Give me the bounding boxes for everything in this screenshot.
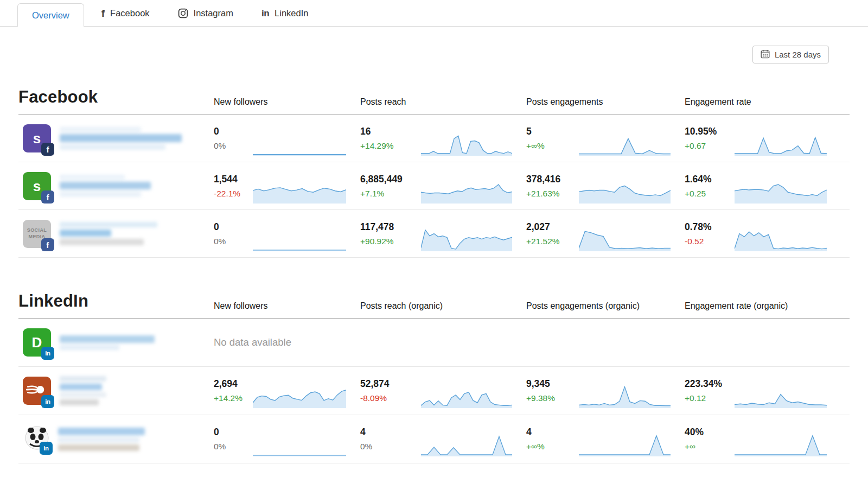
avatar: s f: [23, 124, 51, 152]
sparkline-chart: [253, 130, 346, 156]
metric-delta: +0.25: [685, 189, 735, 199]
column-header-engagement-rate: Engagement rate: [685, 97, 832, 107]
metric-new-followers: 00%: [214, 415, 360, 463]
sparkline-chart: [735, 430, 827, 456]
column-header-engagement-rate-organic: Engagement rate (organic): [685, 301, 832, 311]
metric-posts-engagements-organic: 9,345+9.38%: [526, 367, 685, 415]
metric-posts-engagements-organic: 4+∞%: [526, 415, 685, 463]
metric-delta: -8.09%: [360, 393, 421, 403]
metric-delta: -0.52: [685, 237, 735, 246]
table-row[interactable]: s f 1,544-22.1% 6,885,449+7.1% 378,416+2…: [18, 162, 850, 210]
metric-posts-reach: 117,478+90.92%: [360, 210, 526, 257]
account-cell: SOCIAL MEDIA f: [18, 220, 214, 248]
facebook-badge-icon: f: [41, 143, 54, 156]
metric-value: 0.78%: [685, 221, 735, 233]
account-name-redacted: [58, 428, 145, 451]
account-name-redacted: [60, 376, 106, 405]
facebook-badge-icon: f: [41, 190, 54, 204]
tab-overview-label: Overview: [32, 10, 69, 21]
account-cell: s f: [18, 124, 214, 152]
table-row[interactable]: in 00% 40% 4+∞% 40%+∞: [18, 415, 850, 463]
sparkline-chart: [421, 430, 512, 456]
metric-new-followers: 00%: [214, 210, 360, 257]
metric-value: 4: [526, 427, 579, 438]
table-row[interactable]: D in No data available: [18, 319, 850, 367]
sparkline-chart: [421, 177, 512, 204]
tab-linkedin[interactable]: in LinkedIn: [261, 0, 309, 26]
section-title-facebook: Facebook: [18, 87, 214, 107]
metric-posts-reach: 6,885,449+7.1%: [360, 162, 526, 209]
linkedin-badge-icon: in: [40, 442, 53, 455]
avatar: SOCIAL MEDIA f: [23, 220, 51, 248]
sparkline-chart: [253, 225, 346, 251]
sparkline-chart: [253, 382, 346, 408]
sparkline-chart: [579, 225, 671, 251]
table-row[interactable]: s f 00% 16+14.29% 5+∞% 10.95%+0.67: [18, 115, 850, 162]
metric-value: 2,027: [526, 221, 579, 233]
metric-new-followers: 2,694+14.2%: [214, 367, 360, 415]
sparkline-chart: [579, 430, 671, 456]
table-row[interactable]: in 2,694+14.2% 52,874-8.09% 9,345+9.38% …: [18, 367, 850, 415]
linkedin-badge-icon: in: [41, 395, 54, 408]
sparkline-chart: [253, 177, 346, 204]
sparkline-chart: [421, 225, 512, 251]
tab-facebook[interactable]: f Facebook: [101, 0, 150, 26]
instagram-icon: [178, 8, 188, 18]
metric-value: 1,544: [214, 174, 253, 185]
metric-posts-engagements: 378,416+21.63%: [526, 162, 685, 209]
metric-engagement-rate: 0.78%-0.52: [685, 210, 832, 257]
metric-value: 0: [214, 126, 253, 137]
sparkline-chart: [735, 130, 827, 156]
metric-delta: 0%: [214, 442, 253, 452]
avatar: in: [24, 427, 49, 452]
tab-instagram[interactable]: Instagram: [178, 0, 233, 26]
account-cell: s f: [18, 172, 214, 200]
date-range-button[interactable]: Last 28 days: [752, 46, 829, 63]
metric-delta: 0%: [214, 141, 253, 151]
metric-delta: +0.67: [685, 141, 735, 151]
metric-value: 16: [360, 126, 421, 137]
metric-delta: +∞%: [526, 442, 579, 452]
account-cell: D in: [18, 328, 214, 357]
metric-posts-reach: 16+14.29%: [360, 115, 526, 162]
avatar-letter: s: [33, 131, 41, 145]
metric-delta: 0%: [360, 442, 421, 452]
metric-engagement-rate-organic: 40%+∞: [685, 415, 832, 463]
sparkline-chart: [735, 382, 827, 408]
avatar-letter: s: [33, 179, 41, 193]
account-name-redacted: [60, 335, 155, 350]
metric-value: 5: [526, 126, 579, 137]
metric-delta: 0%: [214, 237, 253, 246]
column-header-posts-reach-organic: Posts reach (organic): [360, 301, 526, 311]
metric-delta: +7.1%: [360, 189, 421, 199]
metric-engagement-rate: 10.95%+0.67: [685, 115, 832, 162]
facebook-icon: f: [101, 8, 105, 18]
account-name-redacted: [60, 222, 157, 245]
tab-facebook-label: Facebook: [110, 8, 149, 18]
metric-delta: +0.12: [685, 393, 735, 403]
column-header-new-followers: New followers: [214, 301, 360, 311]
column-header-posts-reach: Posts reach: [360, 97, 526, 107]
metric-delta: +14.2%: [214, 393, 253, 403]
avatar: s f: [23, 172, 51, 200]
metric-value: 9,345: [526, 378, 579, 390]
metric-delta: +∞: [685, 442, 735, 452]
avatar-letter: D: [32, 335, 42, 349]
no-data-label: No data available: [214, 336, 832, 348]
table-row[interactable]: SOCIAL MEDIA f 00% 117,478+90.92% 2,027+…: [18, 210, 850, 258]
sparkline-chart: [579, 130, 671, 156]
tab-instagram-label: Instagram: [194, 8, 233, 18]
sparkline-chart: [735, 225, 827, 251]
column-header-new-followers: New followers: [214, 97, 360, 107]
tab-overview[interactable]: Overview: [17, 3, 84, 27]
column-header-posts-engagements-organic: Posts engagements (organic): [526, 301, 685, 311]
metric-value: 52,874: [360, 378, 421, 390]
metric-engagement-rate: 1.64%+0.25: [685, 162, 832, 209]
account-cell: in: [18, 427, 214, 452]
metric-delta: +14.29%: [360, 141, 421, 151]
account-name-redacted: [60, 127, 182, 150]
facebook-section: Facebook New followers Posts reach Posts…: [18, 87, 850, 258]
metric-posts-engagements: 2,027+21.52%: [526, 210, 685, 257]
metric-delta: +90.92%: [360, 237, 421, 246]
metric-value: 223.34%: [685, 378, 735, 390]
